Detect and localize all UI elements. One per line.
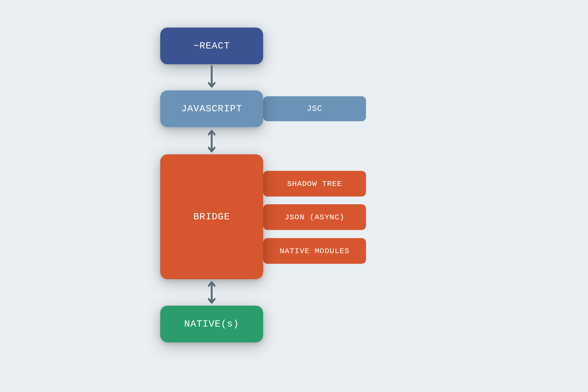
bridge-sub-label: NATIVE MODULES	[280, 247, 349, 255]
jsc-label: JSC	[307, 104, 323, 114]
bridge-sub-json-async: JSON (ASYNC)	[263, 204, 366, 230]
bridge-sub-native-modules: NATIVE MODULES	[263, 238, 366, 264]
bridge-sub-label: SHADOW TREE	[287, 180, 342, 188]
bridge-node: BRIDGE	[160, 154, 263, 279]
javascript-label: JAVASCRIPT	[181, 103, 242, 114]
native-node: NATIVE(s)	[160, 306, 263, 342]
bridge-sub-shadow-tree: SHADOW TREE	[263, 171, 366, 197]
arrow-js-bridge	[208, 129, 215, 154]
react-label: ~REACT	[193, 40, 230, 51]
javascript-node: JAVASCRIPT	[160, 90, 263, 127]
arrow-bridge-native	[208, 280, 215, 305]
bridge-sub-label: JSON (ASYNC)	[284, 213, 344, 222]
native-label: NATIVE(s)	[184, 319, 239, 330]
jsc-node: JSC	[263, 96, 366, 121]
arrow-react-to-js	[208, 65, 215, 90]
diagram-canvas: ~REACT JSC JAVASCRIPT SHADOW TREE JSON (…	[0, 0, 588, 392]
react-node: ~REACT	[160, 28, 263, 64]
bridge-label: BRIDGE	[193, 211, 230, 222]
